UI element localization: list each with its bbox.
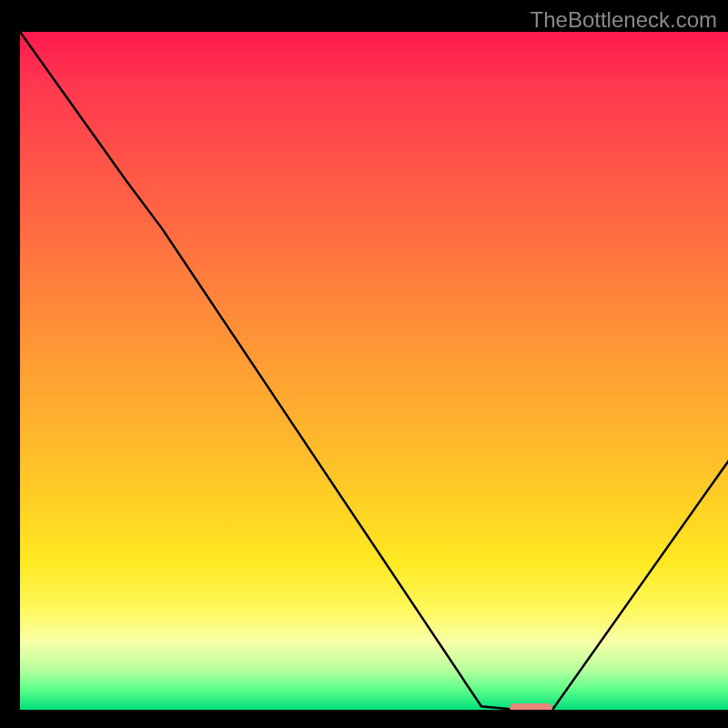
chart-container: TheBottleneck.com (18, 0, 728, 710)
watermark-text: TheBottleneck.com (531, 7, 717, 33)
plot-area (18, 32, 728, 712)
curve-svg (20, 32, 728, 710)
bottleneck-curve-path (20, 32, 728, 710)
optimal-marker (510, 703, 552, 710)
